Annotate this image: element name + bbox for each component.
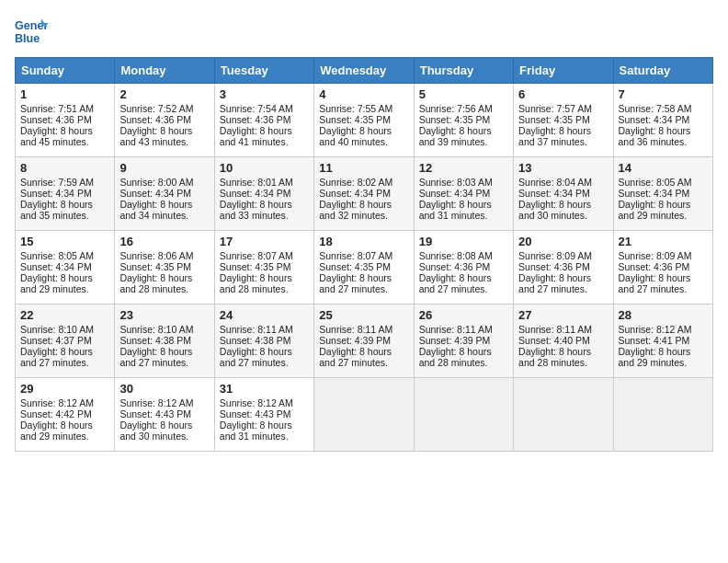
day-number: 21 bbox=[619, 235, 708, 248]
sunrise: Sunrise: 8:10 AM bbox=[20, 324, 109, 335]
sunset: Sunset: 4:35 PM bbox=[419, 114, 508, 125]
day-number: 15 bbox=[20, 235, 109, 248]
sunset: Sunset: 4:34 PM bbox=[319, 188, 408, 199]
calendar-day-header: Monday bbox=[115, 58, 214, 84]
day-number: 12 bbox=[419, 161, 508, 175]
calendar-cell: 10Sunrise: 8:01 AMSunset: 4:34 PMDayligh… bbox=[214, 157, 313, 231]
day-number: 30 bbox=[119, 382, 209, 396]
calendar-cell: 17Sunrise: 8:07 AMSunset: 4:35 PMDayligh… bbox=[214, 231, 313, 304]
calendar-week-row: 15Sunrise: 8:05 AMSunset: 4:34 PMDayligh… bbox=[16, 231, 713, 304]
day-number: 23 bbox=[119, 308, 209, 322]
day-number: 19 bbox=[419, 235, 508, 248]
daylight: Daylight: 8 hours and 45 minutes. bbox=[20, 125, 109, 147]
logo: General Blue bbox=[15, 15, 48, 48]
sunset: Sunset: 4:34 PM bbox=[518, 188, 608, 199]
day-number: 22 bbox=[20, 308, 109, 322]
day-number: 20 bbox=[518, 235, 608, 248]
sunset: Sunset: 4:38 PM bbox=[119, 335, 209, 346]
sunrise: Sunrise: 7:58 AM bbox=[619, 103, 708, 114]
calendar-cell: 14Sunrise: 8:05 AMSunset: 4:34 PMDayligh… bbox=[613, 157, 712, 231]
sunset: Sunset: 4:35 PM bbox=[518, 114, 608, 125]
calendar-day-header: Saturday bbox=[613, 58, 712, 84]
calendar-cell: 2Sunrise: 7:52 AMSunset: 4:36 PMDaylight… bbox=[115, 84, 214, 157]
sunrise: Sunrise: 8:11 AM bbox=[419, 324, 508, 335]
day-number: 10 bbox=[220, 161, 309, 175]
day-number: 1 bbox=[20, 87, 109, 101]
calendar-body: 1Sunrise: 7:51 AMSunset: 4:36 PMDaylight… bbox=[16, 84, 713, 452]
sunset: Sunset: 4:36 PM bbox=[20, 114, 109, 125]
sunrise: Sunrise: 8:11 AM bbox=[220, 324, 309, 335]
sunrise: Sunrise: 8:12 AM bbox=[619, 324, 708, 335]
calendar-cell: 20Sunrise: 8:09 AMSunset: 4:36 PMDayligh… bbox=[514, 231, 613, 304]
day-number: 8 bbox=[20, 161, 109, 175]
calendar-cell: 22Sunrise: 8:10 AMSunset: 4:37 PMDayligh… bbox=[16, 304, 115, 378]
calendar-week-row: 8Sunrise: 7:59 AMSunset: 4:34 PMDaylight… bbox=[16, 157, 713, 231]
sunset: Sunset: 4:35 PM bbox=[220, 261, 309, 272]
sunset: Sunset: 4:35 PM bbox=[319, 114, 408, 125]
calendar-cell: 26Sunrise: 8:11 AMSunset: 4:39 PMDayligh… bbox=[414, 304, 513, 378]
day-number: 18 bbox=[319, 235, 408, 248]
daylight: Daylight: 8 hours and 28 minutes. bbox=[220, 272, 309, 294]
sunrise: Sunrise: 8:11 AM bbox=[518, 324, 608, 335]
day-number: 25 bbox=[319, 308, 408, 322]
sunset: Sunset: 4:34 PM bbox=[619, 114, 708, 125]
daylight: Daylight: 8 hours and 27 minutes. bbox=[518, 272, 608, 294]
day-number: 6 bbox=[518, 87, 608, 101]
calendar-cell bbox=[314, 378, 414, 452]
calendar-cell: 25Sunrise: 8:11 AMSunset: 4:39 PMDayligh… bbox=[314, 304, 414, 378]
sunset: Sunset: 4:36 PM bbox=[419, 261, 508, 272]
daylight: Daylight: 8 hours and 27 minutes. bbox=[419, 272, 508, 294]
day-number: 4 bbox=[319, 87, 408, 101]
sunset: Sunset: 4:39 PM bbox=[419, 335, 508, 346]
sunrise: Sunrise: 8:11 AM bbox=[319, 324, 408, 335]
calendar-cell: 5Sunrise: 7:56 AMSunset: 4:35 PMDaylight… bbox=[414, 84, 513, 157]
svg-text:Blue: Blue bbox=[15, 32, 40, 45]
daylight: Daylight: 8 hours and 43 minutes. bbox=[119, 125, 209, 147]
daylight: Daylight: 8 hours and 29 minutes. bbox=[20, 419, 109, 442]
calendar-day-header: Wednesday bbox=[314, 58, 414, 84]
daylight: Daylight: 8 hours and 29 minutes. bbox=[619, 199, 708, 221]
calendar-cell: 18Sunrise: 8:07 AMSunset: 4:35 PMDayligh… bbox=[314, 231, 414, 304]
sunrise: Sunrise: 8:12 AM bbox=[220, 397, 309, 408]
calendar-cell: 28Sunrise: 8:12 AMSunset: 4:41 PMDayligh… bbox=[613, 304, 712, 378]
calendar-cell: 30Sunrise: 8:12 AMSunset: 4:43 PMDayligh… bbox=[115, 378, 214, 452]
sunrise: Sunrise: 8:03 AM bbox=[419, 177, 508, 188]
daylight: Daylight: 8 hours and 28 minutes. bbox=[518, 346, 608, 368]
sunrise: Sunrise: 7:52 AM bbox=[119, 103, 209, 114]
daylight: Daylight: 8 hours and 34 minutes. bbox=[119, 199, 209, 221]
calendar-week-row: 29Sunrise: 8:12 AMSunset: 4:42 PMDayligh… bbox=[16, 378, 713, 452]
day-number: 2 bbox=[119, 87, 209, 101]
calendar-cell: 4Sunrise: 7:55 AMSunset: 4:35 PMDaylight… bbox=[314, 84, 414, 157]
day-number: 26 bbox=[419, 308, 508, 322]
sunset: Sunset: 4:36 PM bbox=[119, 114, 209, 125]
daylight: Daylight: 8 hours and 31 minutes. bbox=[419, 199, 508, 221]
sunset: Sunset: 4:37 PM bbox=[20, 335, 109, 346]
calendar-cell: 19Sunrise: 8:08 AMSunset: 4:36 PMDayligh… bbox=[414, 231, 513, 304]
daylight: Daylight: 8 hours and 32 minutes. bbox=[319, 199, 408, 221]
sunrise: Sunrise: 8:06 AM bbox=[119, 250, 209, 261]
calendar-cell: 27Sunrise: 8:11 AMSunset: 4:40 PMDayligh… bbox=[514, 304, 613, 378]
sunrise: Sunrise: 8:09 AM bbox=[518, 250, 608, 261]
sunrise: Sunrise: 7:57 AM bbox=[518, 103, 608, 114]
sunrise: Sunrise: 7:55 AM bbox=[319, 103, 408, 114]
calendar-cell: 1Sunrise: 7:51 AMSunset: 4:36 PMDaylight… bbox=[16, 84, 115, 157]
daylight: Daylight: 8 hours and 35 minutes. bbox=[20, 199, 109, 221]
sunrise: Sunrise: 8:04 AM bbox=[518, 177, 608, 188]
daylight: Daylight: 8 hours and 31 minutes. bbox=[220, 419, 309, 442]
day-number: 9 bbox=[119, 161, 209, 175]
sunrise: Sunrise: 8:12 AM bbox=[20, 397, 109, 408]
calendar-cell: 12Sunrise: 8:03 AMSunset: 4:34 PMDayligh… bbox=[414, 157, 513, 231]
calendar-cell bbox=[414, 378, 513, 452]
sunset: Sunset: 4:39 PM bbox=[319, 335, 408, 346]
sunset: Sunset: 4:35 PM bbox=[119, 261, 209, 272]
daylight: Daylight: 8 hours and 27 minutes. bbox=[220, 346, 309, 368]
logo-icon: General Blue bbox=[15, 15, 48, 48]
day-number: 14 bbox=[619, 161, 708, 175]
daylight: Daylight: 8 hours and 27 minutes. bbox=[119, 346, 209, 368]
day-number: 7 bbox=[619, 87, 708, 101]
calendar-day-header: Thursday bbox=[414, 58, 513, 84]
sunset: Sunset: 4:34 PM bbox=[619, 188, 708, 199]
sunrise: Sunrise: 7:54 AM bbox=[220, 103, 309, 114]
day-number: 28 bbox=[619, 308, 708, 322]
calendar-week-row: 1Sunrise: 7:51 AMSunset: 4:36 PMDaylight… bbox=[16, 84, 713, 157]
